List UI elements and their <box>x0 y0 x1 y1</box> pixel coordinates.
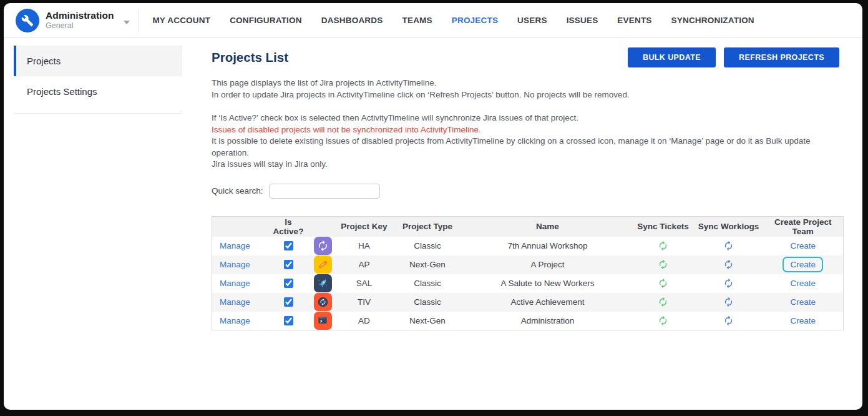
chevron-down-icon <box>124 21 130 24</box>
manage-link[interactable]: Manage <box>220 260 250 269</box>
is-active-checkbox[interactable] <box>284 260 293 269</box>
sync-worklogs-icon[interactable] <box>723 315 734 326</box>
project-avatar-icon <box>314 237 332 255</box>
sync-worklogs-icon[interactable] <box>723 259 734 270</box>
wrench-logo-icon <box>16 9 39 32</box>
nav-item-dashboards[interactable]: DASHBOARDS <box>321 16 383 25</box>
sync-info-text: If ‘Is Active?’ check box is selected th… <box>212 112 839 171</box>
column-header: Project Type <box>392 216 464 237</box>
manage-link[interactable]: Manage <box>220 297 250 307</box>
column-header <box>212 216 268 237</box>
create-project-team-link[interactable]: Create <box>790 279 816 288</box>
column-header: Sync Tickets <box>632 216 695 237</box>
project-key-cell: AD <box>337 312 392 330</box>
table-row: Manage TIV Classic Active Achievement Cr… <box>212 293 844 312</box>
project-name-cell: A Project <box>464 255 632 274</box>
sync-tickets-icon[interactable] <box>658 278 668 289</box>
column-header <box>309 216 337 237</box>
manage-link[interactable]: Manage <box>220 316 250 325</box>
sync-tickets-icon[interactable] <box>658 315 668 326</box>
project-name-cell: A Salute to New Workers <box>464 274 632 293</box>
sync-warning-line: Issues of disabled projects will not be … <box>212 124 839 136</box>
nav-item-events[interactable]: EVENTS <box>617 16 651 25</box>
nav-item-configuration[interactable]: CONFIGURATION <box>230 16 302 25</box>
project-type-cell: Classic <box>392 274 464 293</box>
project-key-cell: TIV <box>337 293 392 312</box>
sync-info-line: Jira issues will stay in Jira only. <box>212 159 839 171</box>
project-type-cell: Classic <box>392 237 464 255</box>
bulk-update-button[interactable]: BULK UPDATE <box>628 47 716 67</box>
projects-table-body: Manage HA Classic 7th Annual Workshop Cr… <box>212 237 844 330</box>
sidebar-item-projects-settings[interactable]: Projects Settings <box>14 76 182 107</box>
sidebar: Projects Projects Settings <box>4 38 192 410</box>
sync-info-line: If ‘Is Active?’ check box is selected th… <box>212 112 839 124</box>
column-header: Project Key <box>337 216 392 237</box>
nav-item-projects[interactable]: PROJECTS <box>452 16 498 25</box>
manage-link[interactable]: Manage <box>220 279 250 288</box>
nav-item-synchronization[interactable]: SYNCHRONIZATION <box>671 16 754 25</box>
page-title: Projects List <box>212 50 288 65</box>
create-project-team-link[interactable]: Create <box>783 257 823 272</box>
project-avatar-icon <box>314 255 332 274</box>
sync-worklogs-icon[interactable] <box>723 240 734 251</box>
table-row: Manage AP Next-Gen A Project Create <box>212 255 844 274</box>
table-row: Manage AD Next-Gen Administration Create <box>212 312 844 330</box>
is-active-checkbox[interactable] <box>284 316 293 325</box>
project-type-cell: Next-Gen <box>392 255 464 274</box>
project-avatar-icon <box>314 293 332 311</box>
table-header-row: Is Active?Project KeyProject TypeNameSyn… <box>212 216 844 237</box>
nav-item-my-account[interactable]: MY ACCOUNT <box>152 16 210 25</box>
create-project-team-link[interactable]: Create <box>790 297 816 307</box>
nav-item-users[interactable]: USERS <box>517 16 547 25</box>
divider <box>14 113 182 114</box>
manage-link[interactable]: Manage <box>220 241 250 250</box>
nav-item-teams[interactable]: TEAMS <box>402 16 432 25</box>
main-nav: MY ACCOUNTCONFIGURATIONDASHBOARDSTEAMSPR… <box>152 16 773 25</box>
sync-tickets-icon[interactable] <box>658 297 668 307</box>
column-header: Name <box>464 216 632 237</box>
main-content: Projects List BULK UPDATE REFRESH PROJEC… <box>192 38 862 410</box>
sidebar-item-projects[interactable]: Projects <box>14 46 182 76</box>
divider <box>139 10 139 31</box>
project-name-cell: Active Achievement <box>464 293 632 312</box>
create-project-team-link[interactable]: Create <box>790 316 816 325</box>
intro-line: In order to update Jira projects in Acti… <box>212 89 839 101</box>
create-project-team-link[interactable]: Create <box>790 241 816 250</box>
is-active-checkbox[interactable] <box>284 241 293 250</box>
admin-context-menu[interactable]: Administration General <box>16 9 130 32</box>
column-header: Sync Worklogs <box>695 216 763 237</box>
is-active-checkbox[interactable] <box>284 297 293 307</box>
is-active-checkbox[interactable] <box>284 279 293 288</box>
nav-item-issues[interactable]: ISSUES <box>567 16 598 25</box>
project-avatar-icon <box>314 312 332 330</box>
project-key-cell: HA <box>337 237 392 255</box>
table-row: Manage HA Classic 7th Annual Workshop Cr… <box>212 237 844 255</box>
projects-table: Is Active?Project KeyProject TypeNameSyn… <box>212 216 844 331</box>
project-name-cell: Administration <box>464 312 632 330</box>
sync-tickets-icon[interactable] <box>658 259 668 270</box>
project-type-cell: Next-Gen <box>392 312 464 330</box>
refresh-projects-button[interactable]: REFRESH PROJECTS <box>724 47 839 67</box>
column-header: Is Active? <box>268 216 309 237</box>
project-key-cell: SAL <box>337 274 392 293</box>
quick-search-label: Quick search: <box>212 186 263 196</box>
app-window: Administration General MY ACCOUNTCONFIGU… <box>4 3 862 410</box>
sync-worklogs-icon[interactable] <box>723 297 734 307</box>
top-nav-bar: Administration General MY ACCOUNTCONFIGU… <box>4 3 862 38</box>
project-name-cell: 7th Annual Workshop <box>464 237 632 255</box>
project-avatar-icon <box>314 274 332 292</box>
project-key-cell: AP <box>337 255 392 274</box>
sync-worklogs-icon[interactable] <box>723 278 734 289</box>
intro-line: This page displays the list of Jira proj… <box>212 77 839 89</box>
sync-tickets-icon[interactable] <box>658 240 668 251</box>
intro-text: This page displays the list of Jira proj… <box>212 77 839 101</box>
quick-search-input[interactable] <box>269 184 380 199</box>
project-type-cell: Classic <box>392 293 464 312</box>
app-subtitle: General <box>46 21 114 30</box>
table-row: Manage SAL Classic A Salute to New Worke… <box>212 274 844 293</box>
sync-info-line: It is possible to delete existing issues… <box>212 136 839 159</box>
app-title: Administration <box>46 10 114 21</box>
column-header: Create Project Team <box>763 216 844 237</box>
